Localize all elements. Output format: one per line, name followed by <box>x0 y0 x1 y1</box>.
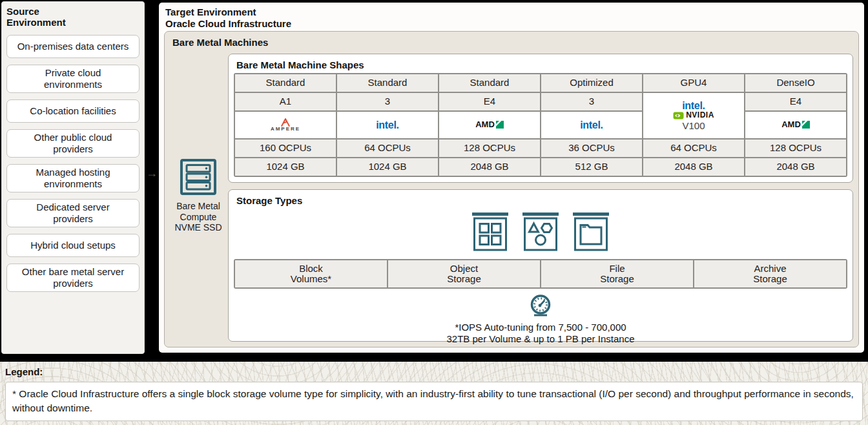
gpu4-vendor-cell: intel. NVIDIA V100 <box>643 93 744 138</box>
storage-type-cell: Object Storage <box>388 260 540 287</box>
shape-cell: A1 <box>235 93 336 110</box>
shape-cell: E4 <box>439 93 540 110</box>
table-header-cell: GPU4 <box>643 74 744 92</box>
ocpu-cell: 64 OCPUs <box>337 140 438 157</box>
iops-note-line1: *IOPS Auto-tuning from 7,500 - 700,000 <box>229 322 852 333</box>
amd-logo-text: AMD <box>781 120 801 129</box>
vendor-cell: intel. <box>541 112 642 138</box>
block-storage-icon <box>471 212 509 251</box>
iops-note-line2: 32TB per Volume & up to 1 PB per Instanc… <box>229 333 852 345</box>
storage-type-cell: Block Volumes* <box>235 260 387 287</box>
ocpu-cell: 36 OCPUs <box>541 140 642 157</box>
source-environment-panel: Source Environment On-premises data cent… <box>1 1 145 354</box>
ampere-logo-text: AMPERE <box>271 127 300 132</box>
shapes-panel-title: Bare Metal Machine Shapes <box>229 54 852 73</box>
ocpu-cell: 128 OCPUs <box>439 140 540 157</box>
ampere-logo-icon <box>278 118 293 127</box>
list-item: Co-location facilities <box>6 99 140 123</box>
memory-cell: 2048 GB <box>439 158 540 176</box>
list-item: On-premises data centers <box>6 35 140 58</box>
legend-section: Legend: * Oracle Cloud Infrastructure of… <box>0 362 868 425</box>
intel-logo: intel. <box>682 100 705 112</box>
bare-metal-compute-label: Bare Metal Compute NVME SSD <box>166 201 231 233</box>
list-item: Other public cloud providers <box>6 129 140 158</box>
server-rack-icon <box>180 158 217 196</box>
list-item: Hybrid cloud setups <box>6 234 140 257</box>
list-item: Other bare metal server providers <box>6 264 140 292</box>
target-environment-panel: Target Environment Oracle Cloud Infrastr… <box>159 3 864 353</box>
bare-metal-machine-shapes-panel: Bare Metal Machine Shapes Standard Stand… <box>228 54 853 183</box>
shape-cell: 3 <box>337 93 438 110</box>
intel-logo: intel. <box>376 119 399 131</box>
target-environment-title: Target Environment Oracle Cloud Infrastr… <box>159 3 864 29</box>
source-environment-title: Source Environment <box>6 6 84 28</box>
vendor-cell: intel. <box>337 112 438 138</box>
vendor-cell: AMD <box>745 112 846 138</box>
list-item: Dedicated server providers <box>6 199 140 227</box>
source-environment-list: On-premises data centers Private cloud e… <box>6 35 140 292</box>
nvidia-logo-text: NVIDIA <box>686 111 714 119</box>
memory-cell: 1024 GB <box>337 158 438 176</box>
shape-cell: 3 <box>541 93 642 110</box>
table-header-cell: DenseIO <box>745 74 846 92</box>
storage-type-cell: File Storage <box>541 260 693 287</box>
memory-cell: 2048 GB <box>745 158 846 176</box>
file-storage-icon <box>572 212 610 251</box>
storage-types-panel: Storage Types <box>228 189 853 342</box>
iops-note: *IOPS Auto-tuning from 7,500 - 700,000 3… <box>229 294 852 345</box>
storage-types-row: Block Volumes* Object Storage File Stora… <box>234 259 847 289</box>
legend-title: Legend: <box>5 366 863 377</box>
target-title-line2: Oracle Cloud Infrastructure <box>165 18 864 30</box>
vendor-cell: AMPERE <box>235 112 336 138</box>
target-title-line1: Target Environment <box>165 6 864 18</box>
ocpu-cell: 160 OCPUs <box>235 140 336 157</box>
amd-logo-text: AMD <box>475 120 495 129</box>
shape-cell: E4 <box>745 93 846 110</box>
memory-cell: 512 GB <box>541 158 642 176</box>
amd-logo-icon <box>802 121 810 129</box>
ocpu-cell: 64 OCPUs <box>643 140 744 157</box>
nvidia-logo-icon <box>673 112 684 119</box>
table-header-cell: Optimized <box>541 74 642 92</box>
gauge-icon <box>529 294 552 317</box>
object-storage-icon <box>522 212 559 251</box>
table-header-cell: Standard <box>235 74 336 92</box>
amd-logo-icon <box>496 121 504 129</box>
storage-type-cell: Archive Storage <box>694 260 846 287</box>
table-header-cell: Standard <box>337 74 438 92</box>
ocpu-cell: 128 OCPUs <box>745 140 846 157</box>
vendor-cell: AMD <box>439 112 540 138</box>
storage-panel-title: Storage Types <box>229 190 852 209</box>
legend-text: * Oracle Cloud Infrastructure offers a s… <box>5 382 863 421</box>
bare-metal-compute-block: Bare Metal Compute NVME SSD <box>166 158 231 233</box>
list-item: Managed hosting environments <box>6 164 140 192</box>
bare-metal-machines-panel: Bare Metal Machines Bare Metal Compute N… <box>164 31 859 347</box>
machine-shapes-table: Standard Standard Standard Optimized GPU… <box>234 73 847 177</box>
table-header-cell: Standard <box>439 74 540 92</box>
flow-arrow-icon: → <box>143 167 160 179</box>
list-item: Private cloud environments <box>6 65 140 93</box>
memory-cell: 2048 GB <box>643 158 744 176</box>
intel-logo: intel. <box>580 119 603 131</box>
memory-cell: 1024 GB <box>235 158 336 176</box>
bare-metal-machines-title: Bare Metal Machines <box>165 32 858 48</box>
gpu-model-label: V100 <box>682 121 705 132</box>
